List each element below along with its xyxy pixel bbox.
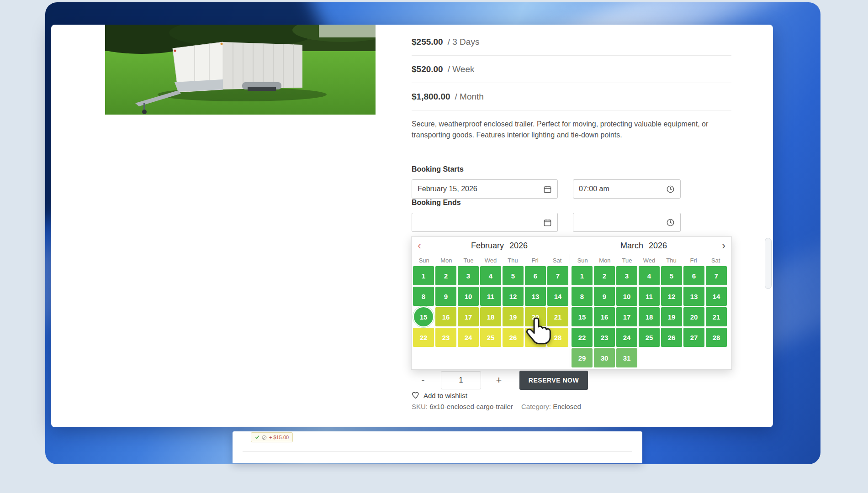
month-title-march: March2026	[572, 241, 716, 251]
calendar-day[interactable]: 19	[503, 307, 524, 326]
product-description: Secure, weatherproof enclosed trailer. P…	[412, 119, 715, 141]
booking-starts-label: Booking Starts	[412, 165, 464, 173]
weekday-label: Thu	[502, 257, 524, 264]
calendar-day[interactable]: 12	[661, 287, 682, 306]
calendar-day[interactable]: 11	[639, 287, 660, 306]
calendar-day[interactable]: 22	[413, 328, 434, 347]
calendar-day[interactable]: 23	[435, 328, 456, 347]
calendar-day[interactable]: 2	[594, 266, 615, 285]
quantity-plus-button[interactable]: +	[487, 371, 510, 390]
calendar-day[interactable]: 19	[661, 307, 682, 326]
booking-ends-label: Booking Ends	[412, 199, 461, 207]
quantity-minus-button[interactable]: -	[412, 371, 434, 390]
weekday-label: Tue	[457, 257, 480, 264]
calendar-day[interactable]: 17	[616, 307, 637, 326]
calendar-day[interactable]: 26	[503, 328, 524, 347]
booking-start-date-field[interactable]: February 15, 2026	[412, 179, 558, 199]
category-label: Category:	[521, 403, 551, 410]
calendar-day[interactable]: 21	[706, 307, 727, 326]
calendar-day[interactable]: 24	[458, 328, 479, 347]
calendar-day[interactable]: 16	[594, 307, 615, 326]
calendar-day[interactable]: 26	[661, 328, 682, 347]
trailer-photo-illustration	[105, 25, 376, 115]
calendar-day[interactable]: 22	[572, 328, 593, 347]
calendar-day[interactable]: 28	[706, 328, 727, 347]
calendar-day[interactable]: 18	[639, 307, 660, 326]
calendar-day[interactable]: 1	[572, 266, 593, 285]
product-meta: SKU: 6x10-enclosed-cargo-trailer Categor…	[412, 403, 587, 410]
price-unit: / 3 Days	[448, 37, 480, 47]
price-row: $255.00/ 3 Days	[412, 28, 731, 56]
calendar-day[interactable]: 29	[572, 348, 593, 367]
calendar-day[interactable]: 17	[458, 307, 479, 326]
calendar-day[interactable]: 5	[661, 266, 682, 285]
calendar-day[interactable]: 27	[683, 328, 704, 347]
month-year: 2026	[509, 241, 528, 250]
price-unit: / Month	[455, 92, 484, 102]
addon-price: + $15.00	[269, 435, 289, 440]
calendar-day[interactable]: 13	[683, 287, 704, 306]
calendar-day[interactable]: 9	[594, 287, 615, 306]
booking-end-time-field[interactable]	[573, 213, 681, 232]
heart-icon	[412, 392, 420, 399]
calendar-day[interactable]: 14	[547, 287, 568, 306]
calendar-day[interactable]: 20	[683, 307, 704, 326]
calendar-day[interactable]: 6	[525, 266, 546, 285]
calendar-day[interactable]: 8	[572, 287, 593, 306]
calendar-day[interactable]: 4	[639, 266, 660, 285]
weekday-label: Wed	[480, 257, 502, 264]
price-amount: $1,800.00	[412, 92, 450, 102]
sku-label: SKU:	[412, 403, 428, 410]
price-row: $1,800.00/ Month	[412, 83, 731, 110]
scrollbar-thumb[interactable]	[765, 238, 772, 289]
calendar-day[interactable]: 7	[706, 266, 727, 285]
calendar-day[interactable]: 2	[435, 266, 456, 285]
calendar-day[interactable]: 7	[547, 266, 568, 285]
booking-end-date-field[interactable]	[412, 213, 558, 232]
calendar-day[interactable]: 30	[594, 348, 615, 367]
next-section-window: + $15.00	[233, 431, 642, 463]
booking-start-time-field[interactable]: 07:00 am	[573, 179, 681, 199]
quantity-value[interactable]: 1	[441, 371, 481, 389]
date-picker-body: SunMonTueWedThuFriSat 123456789101112131…	[412, 254, 731, 367]
calendar-day[interactable]: 3	[458, 266, 479, 285]
calendar-day[interactable]: 5	[503, 266, 524, 285]
calendar-day[interactable]: 23	[594, 328, 615, 347]
calendar-day[interactable]: 16	[435, 307, 456, 326]
weekday-label: Mon	[594, 257, 616, 264]
calendar-day[interactable]: 15	[572, 307, 593, 326]
calendar-day[interactable]: 12	[503, 287, 524, 306]
next-month-button[interactable]: ›	[716, 237, 731, 254]
calendar-day[interactable]: 11	[480, 287, 501, 306]
calendar-day[interactable]: 25	[639, 328, 660, 347]
calendar-day[interactable]: 10	[458, 287, 479, 306]
pricing-list: $255.00/ 3 Days$520.00/ Week$1,800.00/ M…	[412, 28, 731, 110]
month-divider	[570, 254, 570, 367]
calendar-day[interactable]: 6	[683, 266, 704, 285]
calendar-day[interactable]: 15	[414, 307, 433, 326]
calendar-day[interactable]: 9	[435, 287, 456, 306]
calendar-day[interactable]: 18	[480, 307, 501, 326]
calendar-day[interactable]: 3	[616, 266, 637, 285]
calendar-day[interactable]: 31	[616, 348, 637, 367]
category-value[interactable]: Enclosed	[553, 403, 581, 410]
calendar-day[interactable]: 1	[413, 266, 434, 285]
reserve-now-button[interactable]: RESERVE NOW	[519, 371, 588, 390]
calendar-day[interactable]: 25	[480, 328, 501, 347]
calendar-day[interactable]: 14	[706, 287, 727, 306]
calendar-day[interactable]: 4	[480, 266, 501, 285]
calendar-day[interactable]: 24	[616, 328, 637, 347]
price-unit: / Week	[448, 64, 475, 74]
mouse-cursor	[524, 316, 554, 346]
calendar-day[interactable]: 10	[616, 287, 637, 306]
weekday-label: Sun	[572, 257, 594, 264]
calendar-day[interactable]: 13	[525, 287, 546, 306]
add-to-wishlist[interactable]: Add to wishlist	[412, 390, 467, 401]
weekday-label: Sat	[546, 257, 568, 264]
price-amount: $255.00	[412, 37, 443, 47]
month-title-february: February2026	[427, 241, 572, 251]
calendar-day[interactable]: 8	[413, 287, 434, 306]
day-grid: 1234567891011121314151617181920212223242…	[572, 266, 727, 367]
prev-month-button[interactable]: ‹	[412, 237, 427, 254]
weekday-label: Fri	[524, 257, 546, 264]
